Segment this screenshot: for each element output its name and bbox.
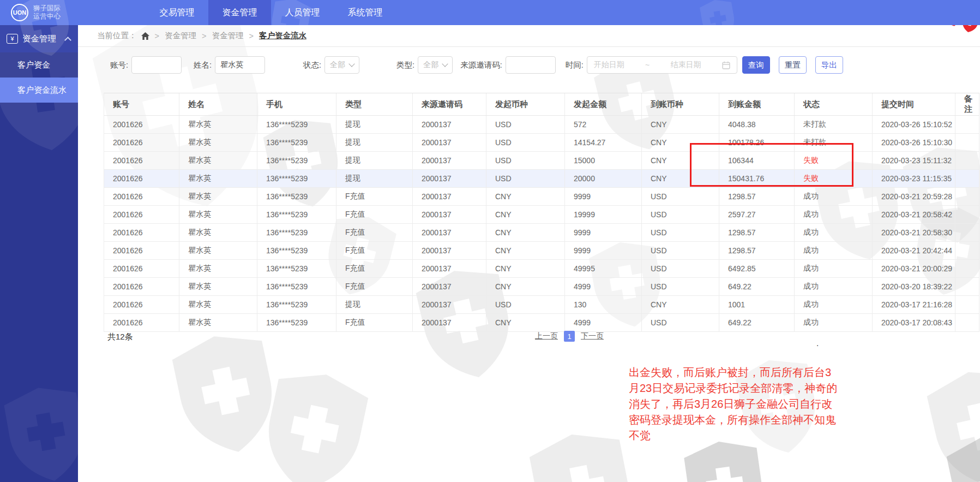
table-header-row: 账号姓名手机类型来源邀请码发起币种发起金额到账币种到账金额状态提交时间备注 — [104, 93, 979, 116]
cell: 136****5239 — [257, 152, 336, 169]
status-select[interactable]: 全部 — [324, 56, 359, 74]
cell: USD — [486, 296, 565, 313]
cell: 2020-03-21 20:59:28 — [873, 188, 955, 205]
cell: 136****5239 — [257, 224, 336, 241]
cell: 2020-03-17 20:08:43 — [873, 314, 955, 331]
export-button[interactable]: 导出 — [815, 56, 843, 74]
cell: 瞿水英 — [179, 224, 257, 241]
cell: CNY — [486, 188, 565, 205]
current-page[interactable]: 1 — [564, 331, 575, 342]
cell: 49995 — [565, 260, 642, 277]
cell — [955, 278, 979, 295]
cell: 9999 — [565, 188, 642, 205]
cell: 提现 — [336, 152, 413, 169]
cell — [955, 152, 979, 169]
sidebar-item-2[interactable]: 客户资金流水 — [0, 78, 78, 103]
breadcrumb-separator: > — [249, 32, 253, 40]
cell: 2000137 — [413, 260, 486, 277]
next-page-link[interactable]: 下一页 — [581, 331, 604, 341]
cell: 2001626 — [104, 278, 179, 295]
sidebar-group-funds[interactable]: ¥ 资金管理 — [0, 25, 78, 52]
column-header: 到账币种 — [642, 93, 719, 115]
cell: 9999 — [565, 224, 642, 241]
cell: 瞿水英 — [179, 170, 257, 187]
cell: USD — [642, 260, 719, 277]
column-header: 发起金额 — [565, 93, 642, 115]
cell: USD — [486, 134, 565, 151]
cell: 2001626 — [104, 188, 179, 205]
cell: 136****5239 — [257, 116, 336, 133]
cell — [955, 314, 979, 331]
breadcrumb-item-1[interactable]: 资金管理 — [165, 31, 196, 41]
type-select[interactable]: 全部 — [418, 56, 453, 74]
reset-button[interactable]: 重置 — [779, 56, 807, 74]
cell — [955, 206, 979, 223]
cell: 2000137 — [413, 116, 486, 133]
nav-item-1[interactable]: 交易管理 — [146, 0, 208, 25]
cell: 成功 — [795, 206, 873, 223]
cell: F充值 — [336, 188, 413, 205]
status-label: 状态: — [303, 60, 321, 70]
cell: 成功 — [795, 224, 873, 241]
cell: USD — [642, 314, 719, 331]
nav-item-4[interactable]: 系统管理 — [334, 0, 396, 25]
start-date-placeholder: 开始日期 — [594, 60, 624, 70]
cell: USD — [642, 224, 719, 241]
sidebar: ¥ 资金管理 客户资金客户资金流水 — [0, 25, 78, 482]
breadcrumb: 当前位置： >资金管理>资金管理>客户资金流水 — [78, 25, 980, 47]
prev-page-link[interactable]: 上一页 — [535, 331, 558, 341]
chevron-down-icon — [442, 61, 448, 67]
shield-watermark-icon — [915, 358, 980, 482]
nav-item-3[interactable]: 人员管理 — [271, 0, 334, 25]
funds-flow-table: 账号姓名手机类型来源邀请码发起币种发起金额到账币种到账金额状态提交时间备注 20… — [104, 93, 979, 332]
account-input[interactable] — [131, 56, 182, 74]
cell: 2001626 — [104, 314, 179, 331]
cell: USD — [642, 188, 719, 205]
cell: 20000 — [565, 170, 642, 187]
cell: 2020-03-21 20:58:42 — [873, 206, 955, 223]
table-row: 2001626瞿水英136****5239F充值2000137CNY49995U… — [104, 260, 979, 278]
breadcrumb-item-2[interactable]: 资金管理 — [212, 31, 243, 41]
breadcrumb-item-3[interactable]: 客户资金流水 — [259, 31, 306, 41]
cell: 130 — [565, 296, 642, 313]
table-row: 2001626瞿水英136****5239F充值2000137CNY9999US… — [104, 188, 979, 206]
cell: USD — [486, 116, 565, 133]
nav-item-2[interactable]: 资金管理 — [208, 0, 271, 25]
home-icon[interactable] — [141, 32, 149, 40]
cell: CNY — [486, 224, 565, 241]
cell: 136****5239 — [257, 134, 336, 151]
cell: 提现 — [336, 170, 413, 187]
cell: 572 — [565, 116, 642, 133]
top-nav: UON 狮子国际 运营中心 交易管理资金管理人员管理系统管理 — [0, 0, 980, 25]
cell: 2001626 — [104, 224, 179, 241]
cell: 2000137 — [413, 242, 486, 259]
cell: 2000137 — [413, 278, 486, 295]
invite-code-label: 来源邀请码: — [460, 60, 502, 70]
cell: 成功 — [795, 296, 873, 313]
shield-watermark-icon — [248, 361, 380, 482]
name-input[interactable] — [215, 56, 265, 74]
cell: 瞿水英 — [179, 152, 257, 169]
stray-dot: . — [816, 338, 819, 348]
invite-code-input[interactable] — [506, 56, 556, 74]
column-header: 发起币种 — [486, 93, 565, 115]
cell: 14154.27 — [565, 134, 642, 151]
cell: 2000137 — [413, 188, 486, 205]
column-header: 手机 — [257, 93, 336, 115]
cell: 瞿水英 — [179, 134, 257, 151]
cell: USD — [486, 170, 565, 187]
cell: 649.22 — [719, 278, 795, 295]
type-label: 类型: — [396, 60, 414, 70]
cell — [955, 188, 979, 205]
cell: 未打款 — [795, 116, 873, 133]
date-range-picker[interactable]: 开始日期 ~ 结束日期 — [587, 56, 737, 74]
sidebar-item-1[interactable]: 客户资金 — [0, 52, 78, 78]
chevron-down-icon — [348, 61, 354, 67]
cell: 136****5239 — [257, 278, 336, 295]
cell: 2000137 — [413, 224, 486, 241]
cell: 2597.27 — [719, 206, 795, 223]
search-button[interactable]: 查询 — [742, 56, 770, 74]
cell: 2001626 — [104, 134, 179, 151]
cell: 2000137 — [413, 134, 486, 151]
cell: CNY — [642, 116, 719, 133]
